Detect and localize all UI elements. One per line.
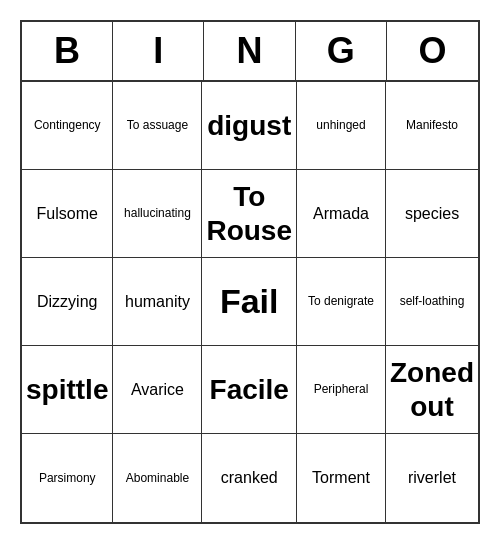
cell-text-3: unhinged (316, 118, 365, 132)
bingo-cell-9: species (386, 170, 478, 258)
cell-text-18: Peripheral (314, 382, 369, 396)
cell-text-11: humanity (125, 292, 190, 311)
cell-text-14: self-loathing (400, 294, 465, 308)
cell-text-15: spittle (26, 373, 108, 407)
cell-text-7: To Rouse (206, 180, 292, 247)
bingo-cell-12: Fail (202, 258, 297, 346)
bingo-header: BINGO (22, 22, 478, 82)
cell-text-17: Facile (210, 373, 289, 407)
bingo-cell-18: Peripheral (297, 346, 386, 434)
bingo-cell-23: Torment (297, 434, 386, 522)
bingo-cell-21: Abominable (113, 434, 202, 522)
bingo-cell-6: hallucinating (113, 170, 202, 258)
header-letter-O: O (387, 22, 478, 80)
cell-text-2: digust (207, 109, 291, 143)
bingo-cell-16: Avarice (113, 346, 202, 434)
cell-text-0: Contingency (34, 118, 101, 132)
bingo-cell-19: Zoned out (386, 346, 478, 434)
cell-text-21: Abominable (126, 471, 189, 485)
cell-text-22: cranked (221, 468, 278, 487)
bingo-cell-1: To assuage (113, 82, 202, 170)
cell-text-4: Manifesto (406, 118, 458, 132)
bingo-cell-11: humanity (113, 258, 202, 346)
bingo-cell-17: Facile (202, 346, 297, 434)
bingo-cell-13: To denigrate (297, 258, 386, 346)
header-letter-I: I (113, 22, 204, 80)
header-letter-G: G (296, 22, 387, 80)
bingo-cell-7: To Rouse (202, 170, 297, 258)
bingo-cell-14: self-loathing (386, 258, 478, 346)
cell-text-13: To denigrate (308, 294, 374, 308)
cell-text-5: Fulsome (37, 204, 98, 223)
bingo-grid: ContingencyTo assuagedigustunhingedManif… (22, 82, 478, 522)
cell-text-19: Zoned out (390, 356, 474, 423)
cell-text-6: hallucinating (124, 206, 191, 220)
cell-text-1: To assuage (127, 118, 188, 132)
header-letter-N: N (204, 22, 295, 80)
cell-text-16: Avarice (131, 380, 184, 399)
cell-text-9: species (405, 204, 459, 223)
bingo-cell-8: Armada (297, 170, 386, 258)
bingo-cell-2: digust (202, 82, 297, 170)
bingo-cell-5: Fulsome (22, 170, 113, 258)
bingo-card: BINGO ContingencyTo assuagedigustunhinge… (20, 20, 480, 524)
bingo-cell-0: Contingency (22, 82, 113, 170)
bingo-cell-15: spittle (22, 346, 113, 434)
cell-text-8: Armada (313, 204, 369, 223)
cell-text-10: Dizzying (37, 292, 97, 311)
bingo-cell-10: Dizzying (22, 258, 113, 346)
bingo-cell-24: riverlet (386, 434, 478, 522)
bingo-cell-20: Parsimony (22, 434, 113, 522)
cell-text-23: Torment (312, 468, 370, 487)
header-letter-B: B (22, 22, 113, 80)
cell-text-24: riverlet (408, 468, 456, 487)
cell-text-20: Parsimony (39, 471, 96, 485)
bingo-cell-4: Manifesto (386, 82, 478, 170)
cell-text-12: Fail (220, 281, 279, 322)
bingo-cell-22: cranked (202, 434, 297, 522)
bingo-cell-3: unhinged (297, 82, 386, 170)
